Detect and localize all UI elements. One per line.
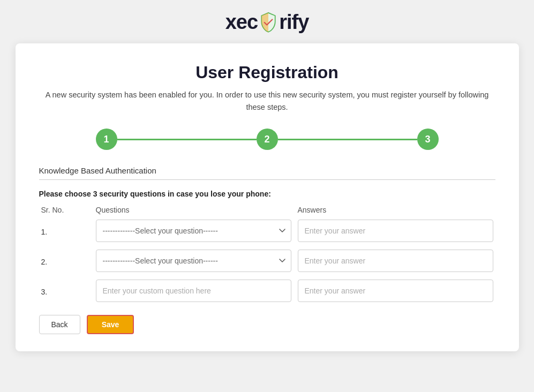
col-header-questions: Questions: [96, 206, 291, 214]
step-line-2: [278, 139, 417, 140]
logo-text-after: rify: [279, 11, 309, 34]
step-3: 3: [417, 129, 439, 150]
section-divider: [39, 179, 495, 180]
back-button[interactable]: Back: [39, 315, 80, 334]
answer-input-1[interactable]: [298, 220, 493, 242]
question-select-2[interactable]: -------------Select your question------: [96, 250, 291, 272]
section-heading: Knowledge Based Authentication: [39, 166, 495, 175]
step-2: 2: [257, 129, 278, 150]
table-headers: Sr. No. Questions Answers: [39, 206, 495, 214]
instruction-text: Please choose 3 security questions in ca…: [39, 190, 495, 198]
question-row-3: 3.: [39, 280, 495, 302]
custom-question-input[interactable]: [96, 280, 291, 302]
question-row-1: 1. -------------Select your question----…: [39, 220, 495, 242]
step-line-1: [117, 139, 257, 140]
answer-input-2[interactable]: [298, 250, 493, 272]
page-description: A new security system has been enabled f…: [39, 89, 495, 114]
button-row: Back Save: [39, 315, 495, 334]
row-number-3: 3.: [41, 285, 89, 296]
question-select-1[interactable]: -------------Select your question------: [96, 220, 291, 242]
page-title: User Registration: [39, 63, 495, 82]
logo-shield-icon: [259, 12, 278, 33]
answer-input-3[interactable]: [298, 280, 493, 302]
save-button[interactable]: Save: [87, 315, 134, 334]
logo: xec rify: [225, 11, 309, 34]
stepper: 1 2 3: [39, 129, 495, 150]
step-1: 1: [96, 129, 117, 150]
row-number-2: 2.: [41, 255, 89, 266]
registration-card: User Registration A new security system …: [16, 43, 519, 351]
question-row-2: 2. -------------Select your question----…: [39, 250, 495, 272]
col-header-srno: Sr. No.: [41, 206, 89, 214]
col-header-answers: Answers: [298, 206, 493, 214]
row-number-1: 1.: [41, 225, 89, 236]
logo-text-before: xec: [225, 11, 258, 34]
